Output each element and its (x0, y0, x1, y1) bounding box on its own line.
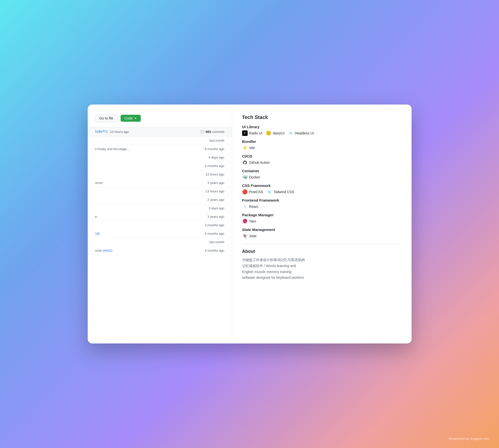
main-window: Go to file Code ▼ 520ef72 13 hours ago 🕐… (88, 105, 412, 343)
category-name: CI/CD (242, 154, 402, 158)
tech-item-daisy: 🙂 daisyUI (266, 130, 285, 136)
file-time: 3 months ago (205, 164, 224, 168)
tech-item-vite: ⚡ Vite (242, 145, 255, 151)
file-time: last month (210, 139, 224, 142)
tech-item-postcss: 🔴 PostCSS (242, 189, 263, 195)
toolbar: Go to file Code ▼ (88, 112, 232, 127)
divider (242, 244, 402, 244)
file-time: 4 days ago (209, 156, 224, 159)
file-name: oose (#421) (95, 249, 112, 252)
radix-label: Radix UI (249, 131, 263, 135)
screenshot-credit: Screenshot by Xnapper.com (448, 437, 489, 441)
docker-icon: 🐳 (242, 174, 248, 180)
file-row: 3 days ago (88, 204, 232, 213)
tech-item-tailwind: ≋ Tailwind CSS (267, 189, 294, 195)
headless-label: Headless UI (295, 131, 314, 135)
file-row: 19) 4 months ago (88, 229, 232, 238)
tailwind-icon: ≋ (267, 189, 272, 195)
commit-time: 13 hours ago (110, 130, 129, 134)
headless-icon: ≋ (288, 130, 293, 136)
category-name: CSS Framework (242, 183, 402, 188)
commits-label: commits (212, 130, 224, 134)
file-time: 3 years ago (208, 181, 224, 185)
file-row: e 3 years ago (88, 213, 232, 221)
chevron-down-icon: ▼ (134, 117, 137, 120)
daisy-icon: 🙂 (266, 130, 271, 136)
jotai-label: Jotai (249, 234, 257, 238)
yarn-label: Yarn (249, 219, 256, 223)
tech-category-cicd: CI/CD Github Action (242, 154, 402, 165)
category-name: Bundler (242, 139, 402, 144)
tech-category-css: CSS Framework 🔴 PostCSS ≋ Tailwind CSS (242, 183, 402, 195)
radix-icon: T (242, 130, 248, 136)
tech-item-react: ⚛ React (242, 204, 258, 209)
postcss-icon: 🔴 (242, 189, 248, 195)
jotai-icon: 👻 (242, 233, 248, 239)
vite-icon: ⚡ (242, 145, 248, 151)
commit-number: 603 (206, 130, 211, 134)
code-button[interactable]: Code ▼ (121, 115, 141, 122)
tech-item-radix: T Radix UI (242, 130, 263, 136)
file-time: 2 years ago (208, 198, 224, 202)
file-name: rerun (95, 181, 103, 185)
file-row: 3 months ago (88, 221, 232, 229)
file-row: 13 hours ago (88, 170, 232, 179)
tech-items: T Radix UI 🙂 daisyUI ≋ Headless UI (242, 130, 402, 136)
category-name: Frontend Framework (242, 198, 402, 202)
vite-label: Vite (249, 146, 255, 150)
tailwind-label: Tailwind CSS (274, 190, 294, 194)
file-time: 3 months ago (205, 223, 224, 227)
about-title: About (242, 249, 402, 254)
category-name: State Management (242, 227, 402, 232)
file-list: last month e husky and lint-stage... 6 m… (88, 136, 232, 255)
file-row: oose (#421) 4 months ago (88, 246, 232, 255)
docker-label: Docker (249, 175, 260, 179)
tech-item-yarn: 🧶 Yarn (242, 219, 256, 224)
file-time: 3 years ago (208, 215, 224, 219)
file-row: last month (88, 238, 232, 246)
tech-item-headless: ≋ Headless UI (288, 130, 314, 136)
react-icon: ⚛ (242, 204, 248, 209)
file-row: rerun 3 years ago (88, 179, 232, 187)
file-name: e husky and lint-stage... (95, 147, 129, 151)
github-icon (242, 160, 248, 165)
history-icon: 🕐 (200, 130, 204, 134)
go-to-file-button[interactable]: Go to file (95, 114, 118, 122)
react-label: React (249, 205, 258, 209)
category-name: UI Library (242, 125, 402, 129)
tech-category-package: Package Manager 🧶 Yarn (242, 213, 402, 224)
file-row: 3 months ago (88, 162, 232, 170)
category-name: Container (242, 169, 402, 173)
file-row: e husky and lint-stage... 6 months ago (88, 145, 232, 153)
file-time: 4 months ago (205, 232, 224, 235)
tech-items: 🐳 Docker (242, 174, 402, 180)
tech-category-container: Container 🐳 Docker (242, 169, 402, 180)
tech-item-docker: 🐳 Docker (242, 174, 260, 180)
file-time: 13 hours ago (206, 172, 224, 176)
tech-items: 🧶 Yarn (242, 219, 402, 224)
tech-items: 👻 Jotai (242, 233, 402, 239)
tech-category-frontend: Frontend Framework ⚛ React (242, 198, 402, 209)
file-row: 4 days ago (88, 153, 232, 162)
tech-category-bundler: Bundler ⚡ Vite (242, 139, 402, 151)
left-panel: Go to file Code ▼ 520ef72 13 hours ago 🕐… (88, 112, 232, 336)
right-panel: Tech Stack UI Library T Radix UI 🙂 daisy… (232, 112, 412, 336)
file-time: 6 months ago (205, 147, 224, 151)
file-time: 13 hours ago (206, 189, 224, 193)
yarn-icon: 🧶 (242, 219, 248, 224)
file-row: 13 hours ago (88, 187, 232, 196)
commit-hash[interactable]: 520ef72 (95, 130, 108, 133)
tech-category-ui-library: UI Library T Radix UI 🙂 daisyUI ≋ Headle… (242, 125, 402, 136)
github-label: Github Action (249, 161, 270, 165)
tech-items: 🔴 PostCSS ≋ Tailwind CSS (242, 189, 402, 195)
tech-item-jotai: 👻 Jotai (242, 233, 257, 239)
file-row: 2 years ago (88, 196, 232, 204)
file-time: 4 months ago (205, 249, 224, 252)
file-time: 3 days ago (209, 206, 224, 210)
file-name: e (95, 215, 97, 219)
file-name: 19) (95, 232, 100, 235)
tech-items: ⚛ React (242, 204, 402, 209)
tech-items: Github Action (242, 160, 402, 165)
code-label: Code (125, 116, 133, 120)
tech-stack-title: Tech Stack (242, 114, 402, 120)
